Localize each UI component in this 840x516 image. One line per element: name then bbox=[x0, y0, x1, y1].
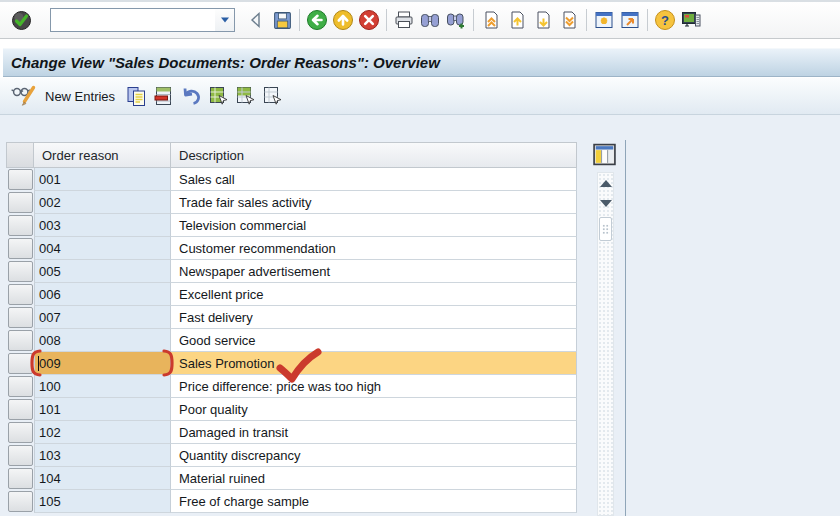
table-row[interactable]: 104Material ruined bbox=[6, 467, 577, 490]
customize-layout-button[interactable] bbox=[678, 7, 704, 34]
table-row[interactable]: 001Sales call bbox=[6, 168, 577, 191]
undo-button[interactable] bbox=[177, 82, 205, 110]
scroll-down-button[interactable] bbox=[598, 193, 613, 213]
description-cell[interactable]: Customer recommendation bbox=[171, 237, 577, 260]
order-reason-cell[interactable]: 009 bbox=[34, 352, 171, 375]
table-row[interactable]: 101Poor quality bbox=[6, 398, 577, 421]
order-reason-cell[interactable]: 105 bbox=[34, 490, 171, 513]
row-select-button[interactable] bbox=[8, 192, 33, 213]
row-select-button[interactable] bbox=[8, 284, 33, 305]
enter-button[interactable] bbox=[8, 7, 34, 34]
toolbar-separator bbox=[386, 9, 387, 31]
row-select-button[interactable] bbox=[8, 376, 33, 397]
description-cell[interactable]: Fast delivery bbox=[171, 306, 577, 329]
description-cell[interactable]: Sales call bbox=[171, 168, 577, 191]
table-row[interactable]: 003Television commercial bbox=[6, 214, 577, 237]
row-select-cell bbox=[6, 237, 34, 260]
order-reason-cell[interactable]: 007 bbox=[34, 306, 171, 329]
row-select-button[interactable] bbox=[8, 445, 33, 466]
collapse-command-field-button[interactable] bbox=[243, 7, 269, 34]
row-select-button[interactable] bbox=[8, 330, 33, 351]
save-button[interactable] bbox=[269, 7, 295, 34]
description-cell[interactable]: Sales Promotion bbox=[171, 352, 577, 375]
table-row[interactable]: 004Customer recommendation bbox=[6, 237, 577, 260]
delete-line-button[interactable] bbox=[150, 82, 177, 110]
select-block-button[interactable] bbox=[232, 82, 259, 110]
order-reason-cell[interactable]: 008 bbox=[34, 329, 171, 352]
table-row[interactable]: 002Trade fair sales activity bbox=[6, 191, 577, 214]
row-select-button[interactable] bbox=[8, 169, 33, 190]
cancel-button[interactable] bbox=[356, 7, 382, 34]
row-select-button[interactable] bbox=[8, 468, 33, 489]
order-reason-cell[interactable]: 100 bbox=[34, 375, 171, 398]
order-reason-cell[interactable]: 104 bbox=[34, 467, 171, 490]
description-cell[interactable]: Quantity discrepancy bbox=[171, 444, 577, 467]
table-row[interactable]: 005Newspaper advertisement bbox=[6, 260, 577, 283]
scroll-up-button[interactable] bbox=[598, 173, 613, 193]
description-cell[interactable]: Trade fair sales activity bbox=[171, 191, 577, 214]
table-row[interactable]: 105Free of charge sample bbox=[6, 490, 577, 513]
table-row[interactable]: 007Fast delivery bbox=[6, 306, 577, 329]
exit-button[interactable] bbox=[330, 7, 356, 34]
new-entries-button[interactable]: New Entries bbox=[39, 87, 123, 106]
order-reason-cell[interactable]: 005 bbox=[34, 260, 171, 283]
next-page-button[interactable] bbox=[530, 7, 556, 34]
copy-as-button[interactable] bbox=[123, 82, 150, 110]
order-reason-cell[interactable]: 004 bbox=[34, 237, 171, 260]
row-select-button[interactable] bbox=[8, 238, 33, 259]
command-field[interactable] bbox=[51, 9, 215, 29]
description-cell[interactable]: Material ruined bbox=[171, 467, 577, 490]
display-change-toggle-button[interactable] bbox=[8, 82, 39, 110]
order-reason-cell[interactable]: 001 bbox=[34, 168, 171, 191]
first-page-button[interactable] bbox=[478, 7, 504, 34]
table-row[interactable]: 103Quantity discrepancy bbox=[6, 444, 577, 467]
order-reason-cell[interactable]: 101 bbox=[34, 398, 171, 421]
table-configuration-button[interactable] bbox=[591, 141, 618, 168]
print-button[interactable] bbox=[391, 7, 417, 34]
description-cell[interactable]: Excellent price bbox=[171, 283, 577, 306]
table-row[interactable]: 009Sales Promotion bbox=[6, 352, 577, 375]
row-select-button[interactable] bbox=[8, 215, 33, 236]
table-row[interactable]: 008Good service bbox=[6, 329, 577, 352]
vertical-scrollbar[interactable] bbox=[597, 172, 614, 516]
find-button[interactable] bbox=[417, 7, 443, 34]
last-page-button[interactable] bbox=[556, 7, 582, 34]
description-cell[interactable]: Price difference: price was too high bbox=[171, 375, 577, 398]
description-cell[interactable]: Good service bbox=[171, 329, 577, 352]
command-dropdown-button[interactable] bbox=[215, 9, 234, 31]
deselect-all-button[interactable] bbox=[259, 82, 286, 110]
previous-page-button[interactable] bbox=[504, 7, 530, 34]
table-row[interactable]: 006Excellent price bbox=[6, 283, 577, 306]
description-cell[interactable]: Damaged in transit bbox=[171, 421, 577, 444]
row-select-button[interactable] bbox=[8, 307, 33, 328]
select-column-header[interactable] bbox=[6, 142, 34, 168]
row-select-button[interactable] bbox=[8, 422, 33, 443]
text-cursor bbox=[38, 356, 39, 371]
order-reason-cell[interactable]: 003 bbox=[34, 214, 171, 237]
help-button[interactable]: ? bbox=[652, 7, 678, 34]
new-session-button[interactable] bbox=[591, 7, 617, 34]
row-select-cell bbox=[6, 329, 34, 352]
back-button[interactable] bbox=[304, 7, 330, 34]
row-select-button[interactable] bbox=[8, 353, 33, 374]
row-select-button[interactable] bbox=[8, 491, 33, 512]
description-cell[interactable]: Television commercial bbox=[171, 214, 577, 237]
description-cell[interactable]: Free of charge sample bbox=[171, 490, 577, 513]
column-header-description[interactable]: Description bbox=[171, 142, 577, 168]
row-select-button[interactable] bbox=[8, 399, 33, 420]
table-row[interactable]: 102Damaged in transit bbox=[6, 421, 577, 444]
column-header-order-reason[interactable]: Order reason bbox=[34, 142, 171, 168]
order-reason-cell[interactable]: 102 bbox=[34, 421, 171, 444]
table-row[interactable]: 100Price difference: price was too high bbox=[6, 375, 577, 398]
order-reason-cell[interactable]: 006 bbox=[34, 283, 171, 306]
row-select-button[interactable] bbox=[8, 261, 33, 282]
description-cell[interactable]: Newspaper advertisement bbox=[171, 260, 577, 283]
row-select-cell bbox=[6, 398, 34, 421]
find-next-button[interactable] bbox=[443, 7, 469, 34]
select-all-button[interactable] bbox=[205, 82, 232, 110]
description-cell[interactable]: Poor quality bbox=[171, 398, 577, 421]
scrollbar-thumb[interactable] bbox=[599, 217, 612, 241]
create-shortcut-button[interactable] bbox=[617, 7, 643, 34]
order-reason-cell[interactable]: 002 bbox=[34, 191, 171, 214]
order-reason-cell[interactable]: 103 bbox=[34, 444, 171, 467]
